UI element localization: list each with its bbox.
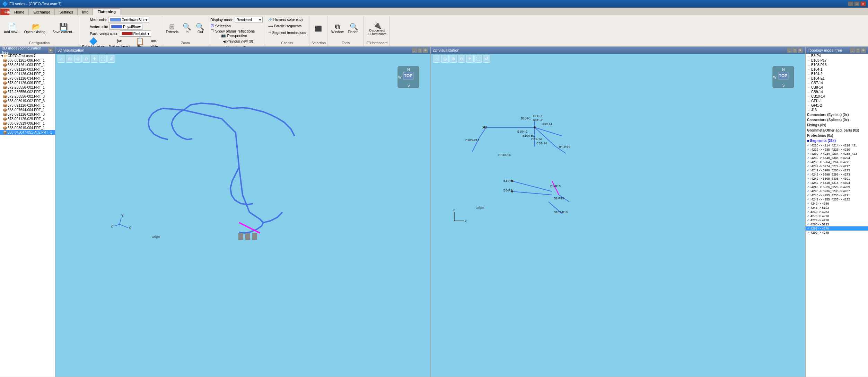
list-item[interactable]: ←B103-P18 (806, 63, 868, 67)
viewport-2d[interactable]: 2D visualization _ □ ✕ ⌂ ◎ ⊕ ⊖ ✛ ⛶ ↺ (431, 47, 806, 377)
btn-save[interactable]: 💾 Save current... (51, 22, 77, 35)
list-item[interactable]: ✓4295 -> 5193 (806, 222, 868, 226)
list-item[interactable]: ✓4249 -> 4283 (806, 210, 868, 214)
btn-zoom-out[interactable]: 🔍 Out (194, 22, 207, 35)
list-item[interactable]: 📦 668-098919-004.PRT_1 (0, 126, 55, 130)
list-item[interactable]: ←B103-P17 (806, 58, 868, 63)
btn-parallel-segments[interactable]: ⟺ Parallel segments (266, 23, 303, 29)
minimize-btn[interactable]: ─ (848, 1, 853, 6)
btn-harness-coherency[interactable]: 🔗 Harness coherency (266, 17, 305, 23)
list-item[interactable]: 📦 673-091126-006.PRT_1 (0, 81, 55, 85)
btn-finder[interactable]: 🔍 Finder... (346, 22, 362, 35)
list-item[interactable]: ✓I4242 -> 5318_5318 -> 4304 (806, 181, 868, 185)
list-item[interactable]: 📦 672-236556-002.PRT_1 (0, 85, 55, 90)
btn-new[interactable]: 📄 Add new... (2, 22, 22, 35)
left-panel-close[interactable]: ✕ (48, 48, 53, 53)
tab-exchange[interactable]: Exchange (29, 8, 55, 15)
vp3d-camera-btn[interactable]: ◎ (66, 55, 73, 63)
list-item[interactable]: ✓I4230 -> 5264_5264 -> 4271 (806, 160, 868, 164)
viewport-2d-close[interactable]: ✕ (798, 48, 803, 53)
right-panel-minimize[interactable]: _ (850, 48, 855, 53)
list-item[interactable]: 📦 672-236556-002.PRT_2 (0, 90, 55, 94)
viewport-2d-minimize[interactable]: _ (787, 48, 792, 53)
list-item[interactable]: 📦 673-091126-003.PRT_1 (0, 67, 55, 72)
vp2d-frame-btn[interactable]: ⛶ (474, 55, 482, 63)
list-item[interactable]: ✓I4246 -> 5236_5236 -> 4287 (806, 189, 868, 193)
tree-root[interactable]: ▾ ⚙ CREO-Test.asm:7 (0, 54, 55, 58)
btn-selection-all[interactable]: ⬛ (312, 24, 325, 33)
list-item[interactable]: ✓4246 -> 5193 (806, 206, 868, 210)
list-item[interactable]: 📦 668-098919-006.PRT_1 (0, 121, 55, 126)
list-item[interactable]: 📦 668-097644-004.PRT_1 (0, 108, 55, 112)
list-item[interactable]: ✓I4242 -> 5288_5288 -> 4275 (806, 168, 868, 172)
list-item[interactable]: 📦 672-236556-002.PRT_3 (0, 94, 55, 99)
list-item[interactable]: ←CB7-14 (806, 81, 868, 85)
list-item[interactable]: ✓I4246 -> 5226_5226 -> 4289 (806, 185, 868, 189)
list-item[interactable]: ✓4279 -> 4210 (806, 218, 868, 222)
list-item[interactable]: ←J13 (806, 108, 868, 112)
list-item[interactable]: ✓I4242 -> 5308_5308 -> 4301 (806, 177, 868, 181)
viewport-2d-maximize[interactable]: □ (792, 48, 797, 53)
list-item[interactable]: ←GFI1-1 (806, 99, 868, 103)
vp3d-zoom-out-btn[interactable]: ⊖ (82, 55, 90, 63)
list-item[interactable]: ✓4293 -> 4270 (806, 226, 868, 231)
list-item[interactable]: 📦 673-091126-029.PRT_4 (0, 117, 55, 121)
list-item[interactable]: 📦 673-091126-034.PRT_1 (0, 76, 55, 81)
list-item[interactable]: ←CB10-14 (806, 94, 868, 99)
list-item[interactable]: ←B104-E1 (806, 76, 868, 81)
vp3d-reset-btn[interactable]: ↺ (107, 55, 115, 63)
list-item[interactable]: ✓I4242 -> 5298_5298 -> 4273 (806, 172, 868, 177)
btn-segment-terminations[interactable]: ⊣ Segment terminations (266, 30, 308, 36)
vp2d-zoom-in-btn[interactable]: ⊕ (449, 55, 457, 63)
list-item[interactable]: ✓I4230 -> 4234_4234 -> 4238_423 (806, 152, 868, 156)
list-item[interactable]: ←B3-P4 (806, 54, 868, 58)
viewport-3d[interactable]: 3D visualization _ □ ✕ ⌂ ◎ ⊕ ⊖ ✛ ⛶ ↺ (55, 47, 431, 377)
vp3d-frame-btn[interactable]: ⛶ (99, 55, 107, 63)
tab-file[interactable]: File (0, 8, 10, 15)
viewport-3d-close[interactable]: ✕ (423, 48, 428, 53)
list-item[interactable]: 📦 673-091126-029.PRT_1 (0, 103, 55, 108)
list-item[interactable]: 📦 853-345047-851-A02.PRT_1 (0, 130, 55, 135)
viewport-3d-minimize[interactable]: _ (412, 48, 417, 53)
right-panel-close[interactable]: ✕ (861, 48, 866, 53)
display-mode-dropdown[interactable]: Rendered (235, 17, 263, 23)
list-item[interactable]: ✓I4242 -> 5274_5274 -> 4277 (806, 164, 868, 168)
list-item[interactable]: ✓I4230 -> 5348_5348 -> 4294 (806, 156, 868, 160)
right-panel-maximize[interactable]: □ (856, 48, 860, 53)
maximize-btn[interactable]: □ (854, 1, 860, 6)
btn-extends[interactable]: ⊞ Extends (164, 22, 180, 35)
list-item[interactable]: ✓4242 -> 4246 (806, 201, 868, 206)
list-item[interactable]: 📦 668-061261-006.PRT_1 (0, 58, 55, 63)
tab-flattening[interactable]: Flattening (93, 8, 120, 15)
btn-zoom-in[interactable]: 🔍 In (181, 22, 193, 35)
list-item[interactable]: ✓I4246 -> 4255_4255 -> 4291 (806, 193, 868, 197)
list-item[interactable]: ✓4270 -> 4210 (806, 214, 868, 218)
vp2d-crosshair-btn[interactable]: ✛ (466, 55, 474, 63)
list-item[interactable]: ✓I4249 -> 4255_4255 -> 4222 (806, 197, 868, 201)
list-item[interactable]: 📦 673-091126-029.PRT_3 (0, 112, 55, 117)
list-item[interactable]: ✓I4222 -> 4235_4226 -> 4230 (806, 147, 868, 152)
list-item[interactable]: ←GFI1-2 (806, 103, 868, 108)
viewport-3d-maximize[interactable]: □ (418, 48, 422, 53)
pack-vertex-color-dropdown[interactable]: Firebrick (120, 30, 151, 37)
mesh-color-dropdown[interactable]: CornflowerBlue (108, 17, 149, 23)
vp3d-home-btn[interactable]: ⌂ (58, 55, 65, 63)
vp3d-zoom-in-btn[interactable]: ⊕ (74, 55, 82, 63)
list-item[interactable]: 📦 668-098919-002.PRT_3 (0, 99, 55, 103)
btn-window[interactable]: ⧉ Window (330, 22, 345, 35)
vp2d-home-btn[interactable]: ⌂ (433, 55, 440, 63)
btn-open[interactable]: 📂 Open existing... (23, 22, 50, 35)
list-item[interactable]: ←B104-1 (806, 67, 868, 72)
list-item[interactable]: ✓4299 -> 4249 (806, 231, 868, 235)
vp2d-zoom-out-btn[interactable]: ⊖ (458, 55, 465, 63)
list-item[interactable]: 📦 668-061261-003.PRT_1 (0, 63, 55, 67)
list-item[interactable]: ✓I4210 -> 4214_4214 -> 4218_421 (806, 143, 868, 147)
list-item[interactable]: ←CB9-14 (806, 90, 868, 94)
tab-settings[interactable]: Settings (55, 8, 78, 15)
vp2d-camera-btn[interactable]: ◎ (441, 55, 449, 63)
list-item[interactable]: ←CB8-14 (806, 85, 868, 90)
close-btn[interactable]: ✕ (860, 1, 866, 6)
tab-home[interactable]: Home (10, 8, 29, 15)
tab-info[interactable]: Info (78, 8, 93, 15)
btn-disconnect-e3[interactable]: 🔌 DisconnectE3.formboard (366, 21, 388, 37)
